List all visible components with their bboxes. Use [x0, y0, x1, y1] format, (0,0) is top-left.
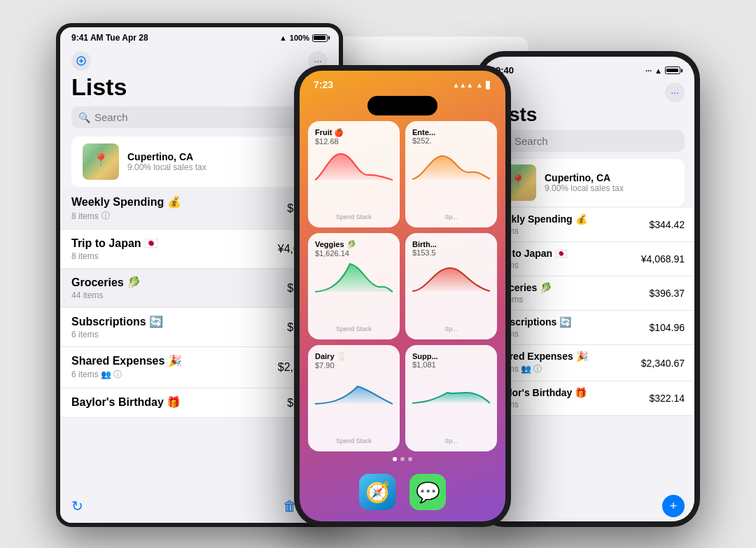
- list-item[interactable]: Subscriptions 🔄 6 items $104.96: [482, 311, 694, 345]
- dynamic-island: [368, 96, 438, 115]
- widget-chart-dairy: [315, 372, 393, 436]
- iphone-right-search-bar[interactable]: 🔍: [491, 130, 685, 152]
- iphone-location-info: Cupertino, CA 9.00% local sales tax: [545, 172, 676, 193]
- ipad-status-bar: 9:41 AM Tue Apr 28 ▲ 100%: [60, 27, 339, 45]
- iphone-right-toolbar: ↻ +: [482, 491, 694, 521]
- list-item[interactable]: Weekly Spending 💰 8 items $344.42: [482, 208, 694, 242]
- dot-active: [393, 457, 397, 461]
- ipad-header: ···: [60, 45, 339, 73]
- widget-card-supplements[interactable]: Supp... $1,081: [405, 345, 497, 451]
- iphone-right-list-items: Weekly Spending 💰 8 items $344.42 Trip t…: [482, 208, 694, 491]
- list-item[interactable]: Shared Expenses 🎉 6 items 👥 ⓘ $2,340.67: [482, 345, 694, 381]
- map-pin-icon: 📍: [93, 153, 108, 168]
- ipad-location-info: Cupertino, CA 9.00% local sales tax: [127, 151, 316, 172]
- widget-chart-veggies: [315, 260, 393, 324]
- widget-card-birthday[interactable]: Birth... $153.5: [405, 233, 497, 339]
- list-item[interactable]: Baylor's Birthday 🎁 7 items $322.14: [482, 381, 694, 416]
- ipad-location-row[interactable]: 📍 Cupertino, CA 9.00% local sales tax: [71, 136, 328, 187]
- widget-chart-supplements: [412, 372, 490, 436]
- ipad-status-right: ▲ 100%: [279, 34, 328, 42]
- widget-card-dairy[interactable]: Dairy 🥛 $7.90: [308, 345, 400, 451]
- signal-icon: ▲▲▲: [452, 81, 473, 89]
- list-item-left: Trip to Japan 🇯🇵 8 items: [71, 237, 158, 261]
- list-item[interactable]: Groceries 🥬 44 items $396.37: [482, 276, 694, 311]
- home-screen-dots: [300, 451, 505, 467]
- wifi-icon: ▲: [476, 81, 483, 89]
- battery-icon: ▊: [486, 81, 491, 89]
- iphone-search-input[interactable]: [514, 135, 678, 147]
- iphone-middle-time: 7:23: [314, 79, 333, 90]
- iphone-right-status-bar: 9:40 ··· ▲: [482, 57, 694, 78]
- list-item-left: Subscriptions 🔄 6 items: [71, 315, 163, 339]
- widget-chart-birthday: [412, 260, 490, 324]
- ipad-location-tax: 9.00% local sales tax: [127, 162, 316, 172]
- iphone-location-name: Cupertino, CA: [545, 172, 676, 183]
- list-item-left: Shared Expenses 🎉 6 items 👥 ⓘ: [71, 354, 182, 381]
- iphone-right-title: Lists: [482, 104, 694, 130]
- iphone-middle-screen: 7:23 ▲▲▲ ▲ ▊ Fruit 🍎 $12.68: [300, 71, 505, 521]
- iphone-middle-device: 7:23 ▲▲▲ ▲ ▊ Fruit 🍎 $12.68: [294, 65, 511, 527]
- safari-icon[interactable]: 🧭: [359, 474, 396, 510]
- messages-icon[interactable]: 💬: [410, 474, 446, 510]
- iphone-right-header: ···: [482, 78, 694, 104]
- dot: [408, 457, 412, 461]
- iphone-add-list-button[interactable]: +: [662, 495, 685, 517]
- widget-chart-entertainment: [412, 148, 490, 212]
- signal-icon: ···: [645, 66, 652, 75]
- wifi-icon: ▲: [654, 66, 662, 75]
- devices-row: 9:41 AM Tue Apr 28 ▲ 100%: [56, 23, 700, 527]
- ipad-edit-button[interactable]: [71, 51, 91, 71]
- iphone-right-screen: 9:40 ··· ▲: [482, 57, 694, 521]
- iphone-more-button[interactable]: ···: [665, 83, 685, 102]
- iphone-map-pin-icon: 📍: [510, 174, 526, 189]
- widget-grid: Fruit 🍎 $12.68: [300, 121, 505, 451]
- iphone-right-location-row[interactable]: 📍 Cupertino, CA 9.00% local sales tax: [491, 159, 685, 206]
- ipad-map-thumbnail: 📍: [83, 143, 119, 180]
- refresh-icon[interactable]: ↻: [71, 498, 83, 514]
- ipad-search-bar[interactable]: 🔍: [71, 106, 328, 128]
- widget-card-entertainment[interactable]: Ente... $252.: [405, 121, 497, 227]
- ipad-status-time: 9:41 AM Tue Apr 28: [71, 33, 148, 43]
- iphone-middle-status-icons: ▲▲▲ ▲ ▊: [452, 81, 491, 89]
- iphone-middle-status-bar: 7:23 ▲▲▲ ▲ ▊: [300, 71, 505, 93]
- battery-icon: [665, 66, 680, 74]
- widget-chart-fruit: [315, 148, 393, 212]
- scene: Miscellane... ✓ Basketba... Jacket ✓ Oil…: [0, 0, 756, 548]
- list-item-left: Groceries 🥬 44 items: [71, 276, 141, 300]
- ipad-search-input[interactable]: [94, 111, 321, 123]
- wifi-icon: ▲: [279, 34, 287, 42]
- list-item-left: Baylor's Birthday 🎁: [71, 395, 181, 410]
- list-item[interactable]: Trip to Japan 🇯🇵 8 items ¥4,068.91: [482, 242, 694, 276]
- widget-card-fruit[interactable]: Fruit 🍎 $12.68: [308, 121, 400, 227]
- iphone-right-status-icons: ··· ▲: [645, 66, 680, 75]
- widget-card-veggies[interactable]: Veggies 🥬 $1,626.14: [308, 233, 400, 339]
- search-icon: 🔍: [78, 112, 90, 123]
- ipad-location-name: Cupertino, CA: [127, 151, 316, 162]
- list-item-left: Weekly Spending 💰 8 items ⓘ: [71, 195, 181, 222]
- dot: [400, 457, 405, 461]
- iphone-location-tax: 9.00% local sales tax: [545, 183, 676, 193]
- ipad-battery: 100%: [290, 34, 309, 42]
- iphone-dock: 🧭 💬: [300, 467, 505, 521]
